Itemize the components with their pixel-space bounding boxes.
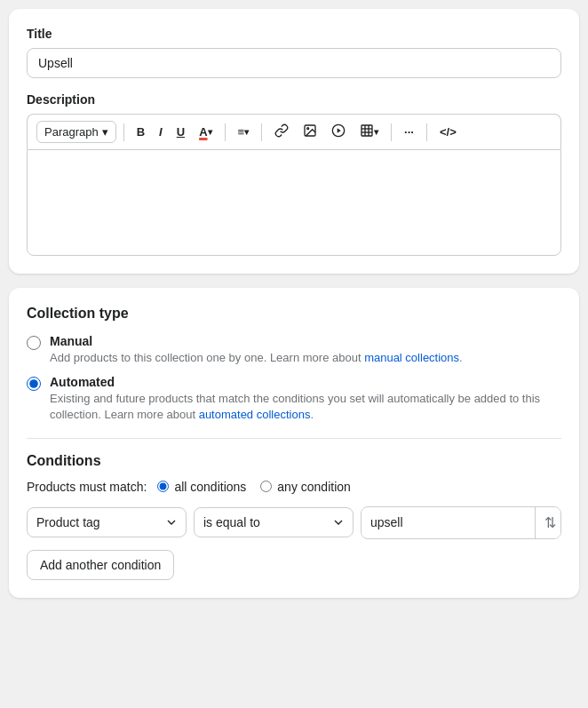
- manual-desc: Add products to this collection one by o…: [50, 350, 463, 366]
- editor-toolbar: Paragraph ▾ B I U A ▾ ≡ ▾: [27, 114, 561, 149]
- automated-label[interactable]: Automated: [50, 375, 115, 389]
- collection-type-radio-group: Manual Add products to this collection o…: [27, 334, 561, 424]
- condition-value-wrapper: ⇅: [361, 506, 561, 539]
- add-condition-button[interactable]: Add another condition: [27, 550, 174, 580]
- updown-arrows-icon: ⇅: [544, 515, 556, 530]
- all-conditions-option[interactable]: all conditions: [157, 480, 246, 494]
- align-button[interactable]: ≡ ▾: [233, 122, 255, 142]
- toolbar-divider-4: [391, 123, 392, 141]
- all-conditions-radio[interactable]: [157, 481, 169, 492]
- collection-type-card: Collection type Manual Add products to t…: [9, 288, 579, 598]
- any-condition-option[interactable]: any condition: [260, 480, 351, 494]
- svg-marker-3: [338, 128, 341, 132]
- manual-radio[interactable]: [27, 336, 41, 350]
- paragraph-select[interactable]: Paragraph ▾: [36, 121, 116, 143]
- more-button[interactable]: ···: [399, 122, 419, 142]
- match-radio-group: all conditions any condition: [157, 480, 350, 494]
- automated-option-content: Automated Existing and future products t…: [50, 375, 561, 423]
- toolbar-divider-3: [261, 123, 262, 141]
- toolbar-divider-5: [426, 123, 427, 141]
- bold-button[interactable]: B: [131, 122, 150, 142]
- svg-point-1: [307, 128, 309, 130]
- all-conditions-label[interactable]: all conditions: [174, 480, 246, 494]
- condition-operator-select[interactable]: is equal to is not equal to starts with …: [194, 507, 354, 537]
- title-description-card: Title Description Paragraph ▾ B I U A ▾ …: [9, 9, 579, 274]
- must-match-label: Products must match:: [27, 480, 147, 494]
- automated-desc: Existing and future products that match …: [50, 391, 561, 423]
- condition-value-action-button[interactable]: ⇅: [535, 507, 561, 538]
- align-chevron-icon: ▾: [244, 127, 249, 137]
- text-color-chevron-icon: ▾: [208, 127, 212, 137]
- title-input[interactable]: [27, 48, 561, 78]
- chevron-down-icon: ▾: [102, 125, 108, 139]
- code-button[interactable]: </>: [434, 122, 462, 142]
- manual-option[interactable]: Manual Add products to this collection o…: [27, 334, 561, 366]
- play-icon: [331, 123, 346, 140]
- image-button[interactable]: [298, 120, 322, 144]
- title-label: Title: [27, 27, 561, 41]
- conditions-title: Conditions: [27, 453, 561, 469]
- italic-button[interactable]: I: [154, 122, 168, 142]
- table-icon: [360, 123, 374, 140]
- automated-collections-link[interactable]: automated collections: [199, 408, 311, 421]
- automated-radio[interactable]: [27, 377, 41, 391]
- condition-row: Product tag Product title Product type P…: [27, 506, 561, 539]
- manual-label[interactable]: Manual: [50, 334, 92, 348]
- code-icon: </>: [440, 125, 457, 139]
- any-condition-radio[interactable]: [260, 481, 272, 492]
- text-color-icon: A: [199, 125, 207, 139]
- description-label: Description: [27, 92, 561, 107]
- match-row: Products must match: all conditions any …: [27, 480, 561, 494]
- toolbar-divider-2: [225, 123, 226, 141]
- collection-type-title: Collection type: [27, 306, 561, 322]
- toolbar-divider-1: [123, 123, 124, 141]
- description-editor[interactable]: [27, 149, 561, 256]
- link-icon: [274, 123, 289, 140]
- underline-button[interactable]: U: [171, 122, 190, 142]
- align-icon: ≡: [238, 125, 245, 139]
- text-color-button[interactable]: A ▾: [194, 122, 217, 142]
- table-chevron-icon: ▾: [374, 127, 378, 137]
- condition-type-select[interactable]: Product tag Product title Product type P…: [27, 507, 187, 537]
- manual-option-content: Manual Add products to this collection o…: [50, 334, 463, 366]
- link-button[interactable]: [269, 120, 294, 144]
- table-button[interactable]: ▾: [354, 120, 384, 144]
- ellipsis-icon: ···: [404, 125, 414, 139]
- section-divider: [27, 438, 561, 439]
- image-icon: [303, 123, 317, 140]
- any-condition-label[interactable]: any condition: [277, 480, 351, 494]
- svg-rect-4: [362, 125, 372, 136]
- condition-value-input[interactable]: [362, 508, 535, 537]
- media-button[interactable]: [326, 120, 351, 144]
- automated-option[interactable]: Automated Existing and future products t…: [27, 375, 561, 423]
- manual-collections-link[interactable]: manual collections: [364, 351, 459, 364]
